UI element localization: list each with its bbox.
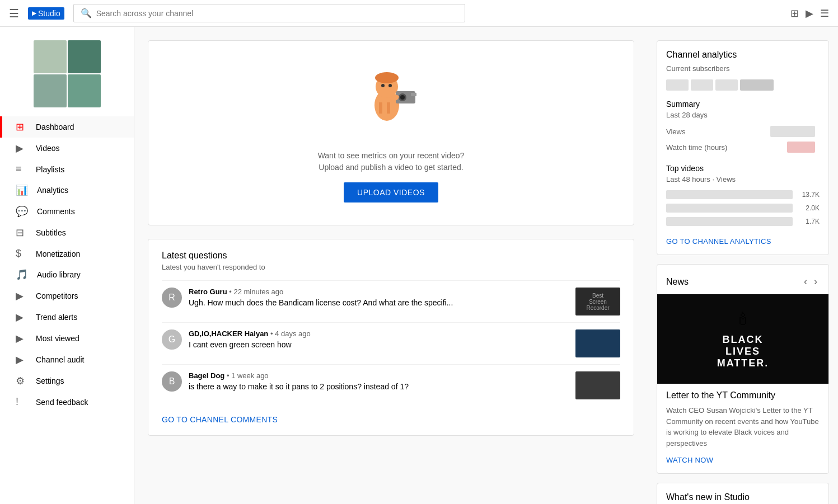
news-prev-button[interactable]: ‹: [802, 274, 809, 290]
sidebar-item-comments[interactable]: 💬 Comments: [0, 201, 134, 222]
questions-title: Latest questions: [162, 251, 620, 261]
news-card-title: News: [666, 277, 689, 287]
sidebar-item-label: Competitors: [36, 291, 78, 300]
subs-label: Current subscribers: [666, 64, 820, 73]
trend-icon: ▶: [16, 311, 27, 323]
question-item: B Bagel Dog • 1 week ago is there a way …: [162, 364, 620, 406]
settings-icon: ⚙: [16, 375, 27, 387]
header-actions: ⊞ ▶ ☰: [790, 7, 829, 20]
blm-text: BLACK LIVES MATTER.: [717, 334, 769, 369]
news-body: Letter to the YT Community Watch CEO Sus…: [657, 384, 828, 473]
skel-block: [715, 79, 738, 91]
news-article-desc: Watch CEO Susan Wojcicki's Letter to the…: [666, 405, 820, 449]
analytics-panel-title: Channel analytics: [666, 50, 820, 60]
feedback-icon: !: [16, 396, 27, 408]
watch-time-bar: [787, 142, 815, 153]
top-video-row: 13.7K: [666, 188, 820, 201]
sidebar-item-label: Subtitles: [36, 228, 66, 237]
top-video-bar-2: [666, 204, 793, 213]
sidebar-item-send-feedback[interactable]: ! Send feedback: [0, 392, 134, 412]
sidebar-item-videos[interactable]: ▶ Videos: [0, 138, 134, 159]
question-meta: Retro Guru • 22 minutes ago: [189, 288, 569, 296]
play-circle-icon[interactable]: ▶: [806, 7, 813, 20]
question-content: Bagel Dog • 1 week ago is there a way to…: [189, 371, 569, 391]
comments-icon: 💬: [16, 205, 28, 218]
sidebar-item-label: Videos: [36, 144, 60, 153]
go-to-channel-analytics-link[interactable]: GO TO CHANNEL ANALYTICS: [666, 237, 820, 246]
svg-point-2: [375, 72, 399, 83]
watch-time-row: Watch time (hours): [666, 139, 820, 155]
top-videos-title: Top videos: [666, 164, 820, 173]
sidebar-item-label: Audio library: [37, 270, 81, 279]
sidebar-item-subtitles[interactable]: ⊟ Subtitles: [0, 222, 134, 243]
search-input[interactable]: [96, 9, 458, 18]
skel-block: [740, 79, 774, 91]
question-thumbnail: BestScreenRecorder: [575, 288, 620, 315]
dashboard-icon: ⊞: [16, 121, 27, 133]
sidebar-item-dashboard[interactable]: ⊞ Dashboard: [0, 116, 134, 138]
grid-icon[interactable]: ⊞: [790, 7, 799, 20]
whats-new-card: What's new in Studio Find out when your …: [657, 483, 829, 504]
sidebar-item-label: Playlists: [36, 165, 64, 174]
candle-icon: 🕯: [734, 309, 752, 329]
upload-videos-button[interactable]: UPLOAD VIDEOS: [344, 182, 438, 202]
audit-icon: ▶: [16, 354, 27, 366]
playlists-icon: ≡: [16, 163, 27, 175]
svg-rect-10: [379, 102, 382, 114]
questions-subtitle: Latest you haven't responded to: [162, 263, 620, 271]
skel-block: [691, 79, 713, 91]
top-video-bar-1: [666, 190, 793, 199]
top-video-count-1: 13.7K: [797, 191, 820, 199]
svg-point-4: [388, 84, 392, 87]
layout: ⊞ Dashboard ▶ Videos ≡ Playlists 📊 Analy…: [0, 27, 838, 504]
question-thumbnail: [575, 329, 620, 357]
sidebar-item-playlists[interactable]: ≡ Playlists: [0, 159, 134, 180]
sidebar-item-monetization[interactable]: $ Monetization: [0, 243, 134, 264]
sidebar-item-settings[interactable]: ⚙ Settings: [0, 370, 134, 392]
svg-point-3: [381, 84, 385, 87]
main-content: Want to see metrics on your recent video…: [134, 27, 648, 504]
top-video-bar-3: [666, 217, 793, 226]
channel-avatar: [34, 40, 101, 107]
news-image: 🕯 BLACK LIVES MATTER.: [657, 294, 828, 384]
sidebar-item-channel-audit[interactable]: ▶ Channel audit: [0, 349, 134, 370]
question-text: is there a way to make it so it pans to …: [189, 382, 569, 391]
top-videos-period: Last 48 hours · Views: [666, 175, 820, 183]
question-content: GD,IO,HACKER Haiyan • 4 days ago I cant …: [189, 329, 569, 349]
menu-icon[interactable]: ☰: [9, 7, 19, 20]
top-video-row: 2.0K: [666, 201, 820, 215]
skel-block: [666, 79, 689, 91]
sidebar-item-label: Settings: [36, 376, 64, 385]
question-meta: GD,IO,HACKER Haiyan • 4 days ago: [189, 329, 569, 338]
right-panel: Channel analytics Current subscribers Su…: [648, 27, 838, 504]
svg-rect-8: [411, 93, 416, 96]
sidebar-item-label: Channel audit: [36, 355, 84, 364]
watch-time-label: Watch time (hours): [666, 143, 727, 152]
search-bar: 🔍: [73, 4, 465, 22]
news-article-title: Letter to the YT Community: [666, 390, 820, 401]
sidebar-item-label: Analytics: [37, 186, 68, 195]
question-item: G GD,IO,HACKER Haiyan • 4 days ago I can…: [162, 322, 620, 364]
sidebar-item-analytics[interactable]: 📊 Analytics: [0, 180, 134, 201]
sidebar-item-trend-alerts[interactable]: ▶ Trend alerts: [0, 307, 134, 328]
news-next-button[interactable]: ›: [812, 274, 820, 290]
subs-skeleton: [666, 79, 820, 91]
top-videos-section: Top videos Last 48 hours · Views 13.7K 2…: [666, 164, 820, 228]
watch-now-link[interactable]: WATCH NOW: [666, 456, 713, 464]
sidebar-item-competitors[interactable]: ▶ Competitors: [0, 285, 134, 307]
sidebar-item-label: Monetization: [36, 249, 80, 258]
sidebar-item-audio-library[interactable]: 🎵 Audio library: [0, 264, 134, 285]
go-to-comments-link[interactable]: GO TO CHANNEL COMMENTS: [162, 415, 278, 424]
analytics-icon: 📊: [16, 184, 28, 196]
sidebar-item-most-viewed[interactable]: ▶ Most viewed: [0, 328, 134, 349]
most-viewed-icon: ▶: [16, 332, 27, 345]
search-icon: 🔍: [81, 8, 92, 18]
more-icon[interactable]: ☰: [820, 7, 829, 20]
monetization-icon: $: [16, 248, 27, 260]
news-card-header: News ‹ ›: [657, 265, 828, 294]
views-row: Views: [666, 124, 820, 139]
sidebar-item-label: Trend alerts: [36, 313, 77, 322]
question-content: Retro Guru • 22 minutes ago Ugh. How muc…: [189, 288, 569, 307]
avatar: R: [162, 288, 182, 308]
views-bar: [770, 126, 815, 137]
